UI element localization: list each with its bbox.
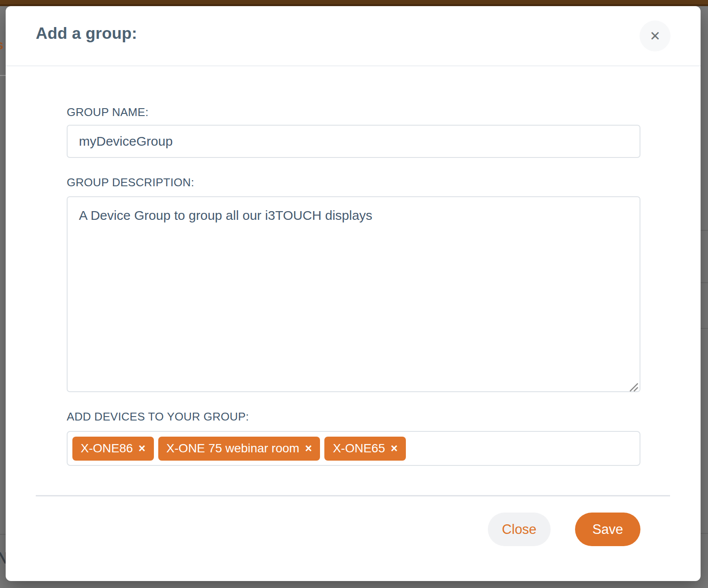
group-name-label: GROUP NAME: xyxy=(67,106,149,119)
background-row-line xyxy=(701,230,708,231)
background-row-line xyxy=(0,75,6,76)
background-row-line xyxy=(0,534,6,535)
remove-tag-icon[interactable]: × xyxy=(139,443,146,455)
add-devices-label: ADD DEVICES TO YOUR GROUP: xyxy=(67,410,249,424)
device-tags-field[interactable]: X-ONE86×X-ONE 75 webinar room×X-ONE65× xyxy=(67,431,640,466)
close-button[interactable]: Close xyxy=(488,513,551,546)
background-row-line xyxy=(701,533,708,534)
device-tag[interactable]: X-ONE 75 webinar room× xyxy=(158,437,320,461)
device-tag[interactable]: X-ONE86× xyxy=(72,437,154,461)
save-button[interactable]: Save xyxy=(575,513,640,546)
device-tag-label: X-ONE 75 webinar room xyxy=(167,441,300,455)
remove-tag-icon[interactable]: × xyxy=(391,443,398,455)
remove-tag-icon[interactable]: × xyxy=(305,443,312,455)
modal-title: Add a group: xyxy=(36,24,137,43)
group-name-input[interactable] xyxy=(67,125,640,158)
group-description-textarea[interactable]: A Device Group to group all our i3TOUCH … xyxy=(67,196,640,392)
device-tag-label: X-ONE65 xyxy=(333,441,385,455)
close-icon: ✕ xyxy=(650,30,660,43)
device-tag-label: X-ONE86 xyxy=(81,441,133,455)
background-text-fragment-left: s xyxy=(0,38,3,51)
background-row-line xyxy=(701,328,708,329)
header-divider xyxy=(6,65,701,66)
device-tag[interactable]: X-ONE65× xyxy=(324,437,406,461)
group-description-label: GROUP DESCRIPTION: xyxy=(67,176,194,189)
add-group-modal: Add a group: ✕ GROUP NAME: GROUP DESCRIP… xyxy=(6,6,701,581)
textarea-resize-handle[interactable] xyxy=(628,382,639,392)
close-modal-button[interactable]: ✕ xyxy=(640,21,671,51)
background-header-bar xyxy=(0,0,708,6)
background-row-line xyxy=(701,282,708,283)
footer-divider xyxy=(36,495,670,496)
